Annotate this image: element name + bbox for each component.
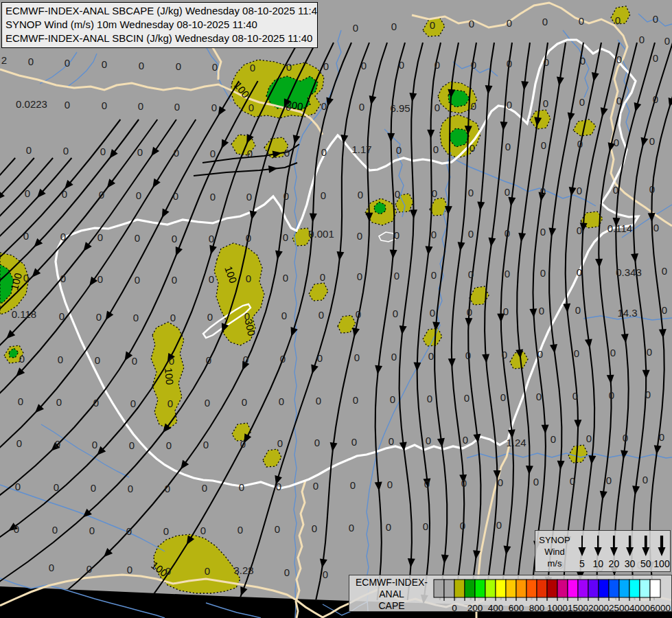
station-value-label: 0 bbox=[89, 525, 95, 536]
wind-speed-label: 50 bbox=[640, 558, 651, 569]
station-value-label: 0 bbox=[461, 477, 467, 489]
station-value-label: 0 bbox=[130, 398, 136, 409]
station-value-label: 0 bbox=[323, 569, 328, 580]
station-value-label: 0 bbox=[321, 146, 327, 158]
station-value-label: 0 bbox=[505, 186, 510, 198]
station-value-label: 0 bbox=[202, 482, 207, 494]
cape-scale-cell bbox=[568, 580, 578, 597]
station-value-label: 0 bbox=[399, 59, 404, 71]
station-value-label: 0 bbox=[62, 188, 67, 200]
station-value-label: 0 bbox=[431, 229, 437, 240]
station-value-label: 0 bbox=[616, 54, 622, 65]
station-value-label: 0 bbox=[541, 139, 546, 151]
station-value-label: 0 bbox=[169, 355, 174, 367]
station-value-label: 0 bbox=[460, 520, 465, 531]
station-value-label: 0 bbox=[609, 389, 614, 401]
station-value-label: 0 bbox=[205, 565, 210, 577]
station-value-label: 0 bbox=[577, 266, 582, 278]
station-value-label: 0 bbox=[242, 396, 247, 408]
cape-scale-cell bbox=[557, 580, 568, 597]
cape-scale-tick-label: 1000 bbox=[547, 603, 568, 613]
cape-legend-title: ECMWF-INDEX-ANAL CAPE J/kg bbox=[349, 575, 434, 611]
cape-legend-variable: CAPE bbox=[349, 600, 434, 612]
station-value-label: 0 bbox=[659, 431, 664, 443]
wind-legend: SYNOP Wind m/s 510203050100 bbox=[535, 530, 671, 572]
wind-speed-label: 100 bbox=[653, 558, 670, 569]
station-value-label: 0 bbox=[174, 101, 180, 113]
cape-scale-tick-label: 1500 bbox=[568, 603, 588, 613]
station-value-label: 0 bbox=[25, 187, 30, 199]
station-value-label: 0.343 bbox=[616, 266, 642, 278]
station-value-label: 0 bbox=[427, 393, 432, 404]
wind-speed-label: 20 bbox=[609, 558, 620, 569]
cape-scale-tick-label: 2000 bbox=[588, 603, 609, 613]
station-value-label: 0 bbox=[313, 480, 318, 492]
station-value-label: 0 bbox=[540, 185, 546, 197]
station-value-label: 0 bbox=[172, 274, 177, 286]
station-value-label: 0 bbox=[316, 395, 321, 407]
station-value-label: 0 bbox=[18, 396, 23, 407]
station-value-label: 0.0223 bbox=[16, 98, 47, 110]
station-value-label: 0 bbox=[570, 475, 575, 487]
station-value-label: 0 bbox=[435, 59, 440, 71]
station-value-label: 0 bbox=[353, 394, 358, 406]
station-value-label: 0 bbox=[540, 267, 546, 279]
station-value-label: 1.17 bbox=[351, 144, 371, 155]
cape-scale-tick-label: 800 bbox=[529, 603, 545, 613]
wind-legend-source: SYNOP bbox=[535, 534, 574, 546]
station-value-label: 0 bbox=[468, 228, 474, 240]
station-value-label: 0 bbox=[577, 225, 582, 236]
station-value-label: 0 bbox=[642, 474, 648, 485]
cape-legend-source: ECMWF-INDEX-ANAL bbox=[349, 577, 434, 600]
station-value-label: 0 bbox=[428, 350, 434, 362]
cape-legend-unit: J/kg bbox=[349, 612, 434, 618]
cape-scale-cell bbox=[444, 580, 454, 597]
station-value-label: 14.3 bbox=[617, 307, 637, 319]
station-value-label: 0 bbox=[423, 520, 428, 532]
station-value-label: 0 bbox=[165, 565, 171, 577]
station-value-label: 0 bbox=[533, 476, 539, 488]
station-value-label: 0 bbox=[577, 185, 582, 196]
station-value-label: 0 bbox=[394, 270, 399, 282]
station-value-label: 0 bbox=[391, 351, 397, 363]
station-value-label: 0 bbox=[653, 13, 658, 25]
station-value-label: 0 bbox=[536, 391, 542, 402]
station-value-label: 0 bbox=[653, 52, 658, 64]
station-value-label: 0 bbox=[172, 233, 177, 244]
station-value-label: 0 bbox=[206, 354, 211, 366]
station-value-label: 0 bbox=[465, 350, 471, 361]
station-value-label: 0 bbox=[91, 482, 96, 494]
station-value-label: 3.28 bbox=[233, 564, 253, 576]
cape-scale-tick-label: 2500 bbox=[609, 603, 629, 613]
station-value-label: 0 bbox=[167, 398, 173, 409]
station-value-label: 0 bbox=[314, 437, 320, 448]
station-value-label: 0 bbox=[280, 353, 286, 365]
station-value-label: 0 bbox=[614, 137, 619, 148]
station-value-label: 0 bbox=[209, 233, 214, 244]
station-value-label: 0 bbox=[586, 433, 592, 444]
station-value-label: 0 bbox=[502, 349, 507, 360]
station-value-label: 0 bbox=[639, 34, 645, 45]
station-value-label: 0 bbox=[544, 56, 549, 68]
wind-speed-label: 30 bbox=[625, 558, 636, 569]
station-value-label: 0 bbox=[396, 144, 402, 156]
station-value-label: 0 bbox=[133, 312, 139, 323]
station-value-label: 0 bbox=[358, 189, 363, 201]
station-value-label: 0 bbox=[317, 352, 323, 364]
cape-scale-tick-label: 400 bbox=[488, 603, 504, 613]
station-value-label: 0 bbox=[537, 348, 543, 360]
station-value-label: 0 bbox=[575, 304, 581, 316]
station-value-label: 0 bbox=[662, 265, 667, 277]
station-value-label: 0 bbox=[467, 306, 472, 318]
station-value-label: 0 bbox=[357, 271, 362, 282]
station-value-label: 0 bbox=[58, 354, 63, 365]
station-value-label: 0 bbox=[55, 438, 60, 450]
station-value-label: 0 bbox=[505, 227, 510, 239]
station-value-label: 0 bbox=[19, 353, 25, 365]
station-value-label: 0 bbox=[395, 188, 400, 200]
station-value-label: 0 bbox=[500, 391, 506, 403]
station-value-label: 0 bbox=[277, 437, 283, 449]
station-value-label: 0 bbox=[248, 102, 254, 113]
station-value-label: 0 bbox=[616, 95, 622, 106]
cape-scale-cell bbox=[465, 580, 475, 597]
